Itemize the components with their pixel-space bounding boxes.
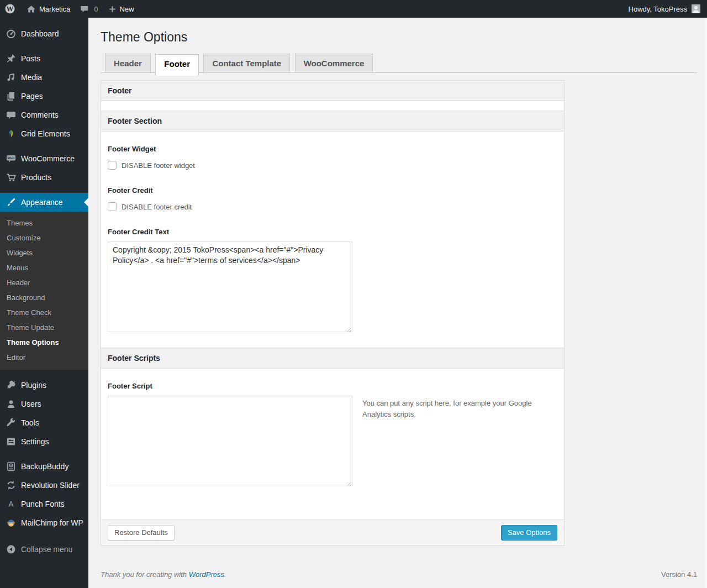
tab-contact-template[interactable]: Contact Template: [203, 54, 290, 73]
sidebar-item-label: Plugins: [21, 381, 46, 390]
svg-text:A: A: [8, 500, 14, 508]
site-link[interactable]: Marketica: [27, 4, 70, 14]
monkey-icon: [6, 517, 17, 528]
wordpress-logo-menu[interactable]: W: [4, 3, 15, 14]
page-title: Theme Options: [101, 30, 697, 45]
home-icon: [27, 4, 36, 14]
woocommerce-icon: Woo: [6, 153, 17, 164]
appearance-submenu: Themes Customize Widgets Menus Header Ba…: [0, 212, 88, 370]
svg-text:Woo: Woo: [8, 156, 15, 160]
sidebar-item-label: Pages: [21, 92, 43, 101]
sidebar-item-label: Media: [21, 73, 42, 82]
sidebar-item-label: WooCommerce: [21, 154, 75, 163]
sidebar-item-label: MailChimp for WP: [21, 518, 83, 527]
sliders-icon: [6, 436, 17, 447]
collapse-menu-button[interactable]: Collapse menu: [0, 540, 88, 559]
footer-script-description: You can put any script here, for example…: [362, 396, 534, 420]
site-name: Marketica: [39, 5, 70, 13]
sidebar-item-label: Comments: [21, 111, 59, 119]
paintbrush-icon: [6, 197, 17, 208]
footer-script-label: Footer Script: [108, 382, 557, 390]
dashboard-icon: [6, 28, 17, 39]
panel-spacer: [101, 101, 564, 111]
sidebar-item-label: BackupBuddy: [21, 462, 68, 471]
sidebar-item-tools[interactable]: Tools: [0, 413, 88, 432]
tab-header[interactable]: Header: [105, 54, 151, 73]
sidebar-item-products[interactable]: Products: [0, 168, 88, 187]
sidebar-item-label: Products: [21, 173, 51, 182]
admin-footer: Thank you for creating with WordPress. V…: [101, 570, 697, 579]
tab-woocommerce[interactable]: WooCommerce: [295, 54, 373, 73]
main-content: Theme Options Header Footer Contact Temp…: [88, 18, 707, 588]
submenu-item-menus[interactable]: Menus: [0, 260, 88, 275]
footer-scripts-header: Footer Scripts: [101, 348, 564, 369]
avatar[interactable]: [692, 4, 700, 13]
footer-credit-textarea[interactable]: Copyright &copy; 2015 TokoPress<span><a …: [108, 242, 352, 332]
wordpress-logo-icon: W: [4, 3, 15, 14]
collapse-menu-label: Collapse menu: [21, 545, 72, 554]
sidebar-item-posts[interactable]: Posts: [0, 49, 88, 68]
submenu-item-customize[interactable]: Customize: [0, 230, 88, 245]
submenu-item-theme-options[interactable]: Theme Options: [0, 335, 88, 350]
sidebar-item-backupbuddy[interactable]: BackupBuddy: [0, 457, 88, 476]
sidebar-item-pages[interactable]: Pages: [0, 87, 88, 106]
sidebar-item-label: Users: [21, 400, 41, 408]
submenu-item-widgets[interactable]: Widgets: [0, 245, 88, 260]
panel-action-bar: Restore Defaults Save Options: [101, 519, 564, 545]
user-icon: [6, 398, 17, 410]
comment-count: 0: [94, 5, 98, 13]
disable-footer-credit-label[interactable]: DISABLE footer credit: [122, 203, 192, 211]
comments-shortcut[interactable]: 0: [80, 4, 98, 14]
submenu-item-theme-check[interactable]: Theme Check: [0, 305, 88, 320]
tab-footer[interactable]: Footer: [155, 54, 199, 76]
wrench-icon: [6, 417, 17, 428]
plug-icon: [6, 380, 17, 391]
sidebar-item-punch-fonts[interactable]: A Punch Fonts: [0, 495, 88, 513]
cart-icon: [6, 172, 17, 183]
wordpress-link[interactable]: WordPress: [189, 570, 224, 579]
sidebar-item-woocommerce[interactable]: Woo WooCommerce: [0, 149, 88, 168]
sidebar-item-appearance[interactable]: Appearance: [0, 193, 88, 212]
disable-footer-widget-checkbox[interactable]: [108, 161, 117, 170]
footer-script-textarea[interactable]: [108, 396, 352, 486]
sidebar-item-label: Settings: [21, 437, 49, 446]
footer-section-header: Footer Section: [101, 111, 564, 132]
save-options-button[interactable]: Save Options: [501, 525, 557, 540]
letter-a-icon: A: [6, 498, 17, 510]
submenu-item-header[interactable]: Header: [0, 275, 88, 290]
submenu-item-themes[interactable]: Themes: [0, 216, 88, 230]
theme-options-panel: Footer Footer Section Footer Widget DISA…: [101, 80, 564, 546]
tab-bar: Header Footer Contact Template WooCommer…: [101, 54, 697, 73]
footer-widget-row: DISABLE footer widget: [108, 161, 557, 170]
sidebar-item-mailchimp[interactable]: MailChimp for WP: [0, 513, 88, 532]
svg-text:W: W: [6, 6, 14, 13]
disable-footer-widget-label[interactable]: DISABLE footer widget: [122, 161, 195, 170]
media-icon: [6, 72, 17, 83]
panel-header: Footer: [101, 81, 564, 101]
sidebar-item-grid-elements[interactable]: Grid Elements: [0, 124, 88, 143]
submenu-item-theme-update[interactable]: Theme Update: [0, 320, 88, 335]
footer-credit-label: Footer Credit: [108, 186, 557, 195]
submenu-item-editor[interactable]: Editor: [0, 350, 88, 365]
refresh-icon: [6, 480, 17, 491]
sidebar-item-users[interactable]: Users: [0, 395, 88, 413]
new-content-menu[interactable]: New: [108, 5, 134, 13]
sidebar-item-comments[interactable]: Comments: [0, 106, 88, 124]
sidebar-item-settings[interactable]: Settings: [0, 432, 88, 451]
sidebar-item-label: Appearance: [21, 198, 63, 207]
sidebar-item-revolution-slider[interactable]: Revolution Slider: [0, 476, 88, 495]
disable-footer-credit-checkbox[interactable]: [108, 202, 117, 211]
footer-script-textarea-wrap: [108, 396, 352, 489]
sidebar-item-media[interactable]: Media: [0, 68, 88, 87]
pages-icon: [6, 91, 17, 102]
footer-thanks: Thank you for creating with WordPress.: [101, 570, 226, 579]
pushpin-icon: [6, 53, 17, 64]
restore-defaults-button[interactable]: Restore Defaults: [108, 525, 175, 540]
scrollbar-track[interactable]: [705, 18, 707, 588]
sidebar-item-dashboard[interactable]: Dashboard: [0, 24, 88, 43]
new-label: New: [120, 5, 134, 13]
submenu-item-background[interactable]: Background: [0, 290, 88, 305]
sidebar-item-label: Punch Fonts: [21, 500, 65, 508]
sidebar-item-plugins[interactable]: Plugins: [0, 376, 88, 395]
howdy-account-menu[interactable]: Howdy, TokoPress: [629, 5, 687, 13]
